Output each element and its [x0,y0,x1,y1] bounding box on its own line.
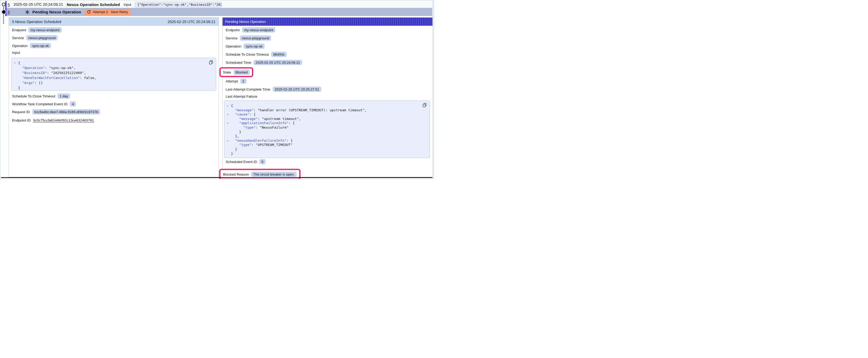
failure-json-viewer: { "message": "handler error (UPSTREAM_TI… [224,100,430,158]
field-value-badge: 5 [259,159,265,164]
panel-title: Pending Nexus Operation [225,20,266,24]
copy-icon[interactable] [209,60,213,65]
field-endpoint: Endpoint my-nexus-endpoint [12,27,215,33]
code-gutter [14,85,18,90]
timeline-filled-dot-icon [2,10,5,14]
field-value-badge: nexus-playground [240,35,271,41]
field-value-badge: nexus-playground [26,35,58,40]
collapse-toggle-icon[interactable] [14,60,18,65]
pending-panel-header: Pending Nexus Operation [222,18,432,26]
collapse-toggle-icon[interactable] [227,104,231,108]
copy-icon[interactable] [423,103,427,107]
field-schedule-to-close-timeout: Schedule To Close Timeout 1 day [12,93,215,99]
nexus-pending-asterisk-icon [25,10,30,14]
input-section-label: Input [12,51,215,55]
selected-events-indicator-bar [5,1,6,16]
field-workflow-task-completed-event-id: Workflow Task Completed Event ID 4 [12,101,215,107]
attempt-retry-badge: Attempt 2 · Next Retry [84,9,130,15]
field-endpoint: Endpoint my-nexus-endpoint [226,27,429,33]
field-value-badge: 2025-02-25 UTC 20:24:09.21 [253,60,302,65]
collapse-toggle-icon[interactable] [227,121,231,126]
code-gutter [14,70,18,75]
code-gutter [14,65,18,70]
field-blocked-reason: Blocked Reason The circuit breaker is op… [223,171,297,177]
code-gutter [14,75,18,80]
field-last-attempt-complete-time: Last Attempt Complete Time 2025-02-25 UT… [226,86,429,92]
field-request-id: Request ID b1c6a4bc-8ee7-468a-9169-df3b0… [12,109,215,115]
endpoint-id-link[interactable]: 3c0c75ccfa8144b092c13ce632463761 [33,118,94,122]
collapse-toggle-icon[interactable] [227,138,231,143]
input-preview-chip[interactable]: {"Operation":"sync-op-ok","BusinessID":"… [135,2,221,7]
field-schedule-to-close-timeout: Schedule To Close Timeout 86400s [226,52,429,57]
scheduled-panel-header: 5 Nexus Operation Scheduled 2025-02-25 U… [9,18,219,26]
field-service: Service nexus-playground [12,35,215,41]
event-timestamp: 2025-02-25 UTC 20:24:09.21 [13,2,63,6]
state-badge: Blocked [234,70,250,75]
event-title: Nexus Operation Scheduled [67,2,120,7]
state-annotation-box: State Blocked [219,67,253,77]
code-gutter [227,117,231,121]
field-scheduled-event-id: Scheduled Event ID 5 [226,159,429,165]
field-value-badge: my-nexus-endpoint [28,27,62,33]
code-gutter [227,134,231,138]
collapse-toggle-icon[interactable] [227,112,231,117]
field-value-badge: 2 [240,78,246,84]
timeline-dashed-connector [3,14,4,24]
field-value-badge: sync-op-ok [30,43,51,48]
timeline-dashed-connector [3,7,4,10]
field-value-badge: my-nexus-endpoint [242,27,275,33]
field-value-badge: 1 day [58,93,70,99]
field-operation: Operation sync-op-ok [12,43,215,48]
field-operation: Operation sync-op-ok [226,43,429,49]
workflow-history-view: 5 2025-02-25 UTC 20:24:09.21 Nexus Opera… [0,0,434,179]
blocked-reason-badge: The circuit breaker is open. [251,172,297,177]
code-gutter [227,126,231,130]
field-value-badge: 2025-02-25 UTC 20:25:27.51 [273,87,321,92]
pending-operation-detail-panel: Pending Nexus Operation Endpoint my-nexu… [222,17,433,177]
event-id-link[interactable]: 5 [8,10,10,14]
failure-section-label: Last Attempt Failure [226,95,429,99]
field-scheduled-time: Scheduled Time 2025-02-25 UTC 20:24:09.2… [226,60,429,65]
scheduled-event-detail-panel: 5 Nexus Operation Scheduled 2025-02-25 U… [9,17,219,177]
input-label: Input [124,3,131,6]
field-attempt: Attempt 2 [226,78,429,84]
code-gutter [227,147,231,152]
panel-timestamp: 2025-02-25 UTC 20:24:09.21 [167,20,215,24]
field-value-badge: 4 [70,101,76,106]
timeline-open-circle-icon [2,3,5,6]
scrollbar[interactable] [432,1,433,178]
viewport-bottom-divider [1,177,433,178]
retry-icon [87,10,91,14]
field-endpoint-id: Endpoint ID 3c0c75ccfa8144b092c13ce63246… [12,117,215,123]
panel-title: 5 Nexus Operation Scheduled [12,20,61,24]
code-gutter [227,152,231,156]
event-row-scheduled[interactable]: 5 2025-02-25 UTC 20:24:09.21 Nexus Opera… [6,1,432,8]
code-gutter [227,143,231,147]
code-gutter [227,130,231,134]
field-state: State Blocked [223,69,250,75]
field-service: Service nexus-playground [226,35,429,41]
event-title: Pending Nexus Operation [32,10,81,14]
event-id-link[interactable]: 5 [8,2,10,7]
input-json-viewer: { "Operation": "sync-op-ok", "BusinessID… [11,58,216,91]
code-gutter [14,80,18,85]
field-value-badge: 86400s [271,52,287,57]
field-value-badge: sync-op-ok [244,43,265,49]
field-value-badge: b1c6a4bc-8ee7-468a-9169-df3b02c8737b [32,109,100,115]
event-row-pending[interactable]: 5 Pending Nexus Operation Attempt 2 · Ne… [6,8,432,16]
code-gutter [227,108,231,112]
